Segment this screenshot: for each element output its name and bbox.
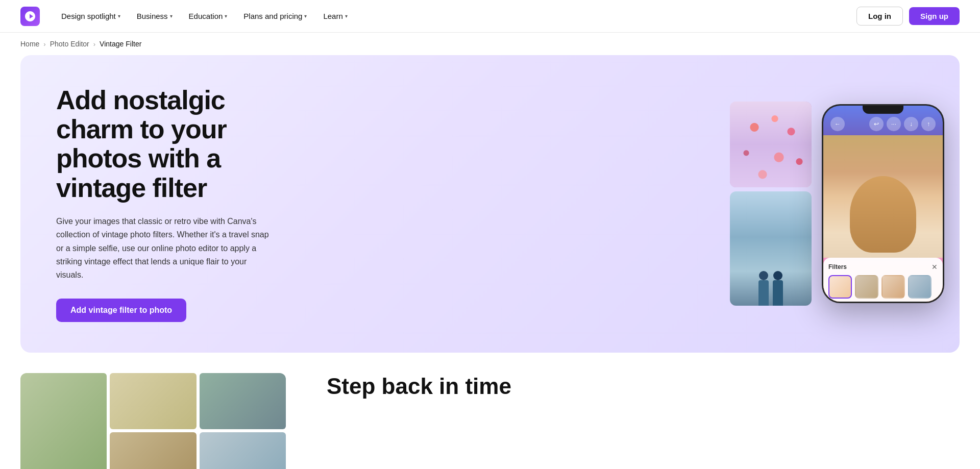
hero-visual: ← ↩ ··· ↓ ↑ Filters ✕ xyxy=(306,91,960,316)
collage-photo-3 xyxy=(200,373,286,429)
breadcrumb-separator: › xyxy=(93,40,95,48)
cat-image xyxy=(823,135,943,258)
person1-body xyxy=(758,280,769,306)
flower-pattern-overlay xyxy=(730,102,812,187)
panel-title: Filters xyxy=(828,263,847,270)
breadcrumb-separator: › xyxy=(43,40,45,48)
breadcrumb-home[interactable]: Home xyxy=(20,40,39,48)
flower-photo xyxy=(730,102,812,187)
person1-head xyxy=(759,271,768,280)
phone-notch xyxy=(863,106,903,114)
filter-thumbnails xyxy=(828,275,938,299)
filter-thumb-1[interactable] xyxy=(828,275,852,299)
person-1 xyxy=(758,271,769,306)
person2-head xyxy=(773,271,782,280)
bottom-section: Step back in time xyxy=(0,373,980,469)
logo-icon xyxy=(20,7,40,26)
bottom-text: Step back in time xyxy=(327,373,960,400)
canva-logo-svg xyxy=(24,10,36,22)
person-2 xyxy=(773,271,783,306)
phone-mockup: ← ↩ ··· ↓ ↑ Filters ✕ xyxy=(822,104,944,303)
nav-item-education[interactable]: Education ▾ xyxy=(182,8,235,24)
navbar: Design spotlight ▾ Business ▾ Education … xyxy=(0,0,980,33)
nav-menu: Design spotlight ▾ Business ▾ Education … xyxy=(54,8,355,24)
undo-icon[interactable]: ↩ xyxy=(869,117,884,131)
chevron-down-icon: ▾ xyxy=(225,13,227,19)
breadcrumb-photo-editor[interactable]: Photo Editor xyxy=(50,40,89,48)
hero-section: Add nostalgic charm to your photos with … xyxy=(20,55,960,353)
add-vintage-filter-button[interactable]: Add vintage filter to photo xyxy=(56,299,186,322)
person2-body xyxy=(773,280,783,306)
filters-panel: Filters ✕ xyxy=(823,258,943,302)
chevron-down-icon: ▾ xyxy=(304,13,307,19)
collage-photo-5 xyxy=(200,432,286,469)
couple-photo xyxy=(730,191,812,306)
login-button[interactable]: Log in xyxy=(856,7,903,26)
chevron-down-icon: ▾ xyxy=(118,13,120,19)
nav-left: Design spotlight ▾ Business ▾ Education … xyxy=(20,7,355,26)
nav-item-learn[interactable]: Learn ▾ xyxy=(316,8,354,24)
filter-thumb-2[interactable] xyxy=(855,275,878,299)
hero-title: Add nostalgic charm to your photos with … xyxy=(56,86,276,203)
filter-thumb-4[interactable] xyxy=(908,275,932,299)
logo[interactable] xyxy=(20,7,40,26)
collage-photo-2 xyxy=(110,373,196,429)
breadcrumb: Home › Photo Editor › Vintage Filter xyxy=(0,33,980,55)
side-photos xyxy=(730,102,812,306)
download-icon[interactable]: ↓ xyxy=(904,117,918,131)
share-icon[interactable]: ↑ xyxy=(921,117,936,131)
phone-image-area xyxy=(823,135,943,258)
photo-collage-grid xyxy=(20,373,286,469)
collage-photo-1 xyxy=(20,373,107,469)
phone-screen: ← ↩ ··· ↓ ↑ Filters ✕ xyxy=(823,106,943,302)
panel-header: Filters ✕ xyxy=(828,263,938,271)
collage-photo-4 xyxy=(110,432,196,469)
nav-item-design-spotlight[interactable]: Design spotlight ▾ xyxy=(54,8,128,24)
filter-thumb-3[interactable] xyxy=(881,275,905,299)
couple-silhouette xyxy=(758,271,783,306)
hero-description: Give your images that classic or retro v… xyxy=(56,215,276,282)
nav-item-plans-pricing[interactable]: Plans and pricing ▾ xyxy=(236,8,314,24)
breadcrumb-current: Vintage Filter xyxy=(100,40,141,48)
step-back-title: Step back in time xyxy=(327,373,960,400)
chevron-down-icon: ▾ xyxy=(345,13,348,19)
chevron-down-icon: ▾ xyxy=(170,13,173,19)
more-options-icon[interactable]: ··· xyxy=(887,117,901,131)
back-button[interactable]: ← xyxy=(830,117,845,131)
nav-right: Log in Sign up xyxy=(856,7,960,26)
close-icon[interactable]: ✕ xyxy=(932,263,938,271)
signup-button[interactable]: Sign up xyxy=(909,7,960,25)
phone-action-icons: ↩ ··· ↓ ↑ xyxy=(869,117,936,131)
hero-text: Add nostalgic charm to your photos with … xyxy=(20,55,306,353)
nav-item-business[interactable]: Business ▾ xyxy=(130,8,180,24)
cat-silhouette xyxy=(850,176,916,253)
